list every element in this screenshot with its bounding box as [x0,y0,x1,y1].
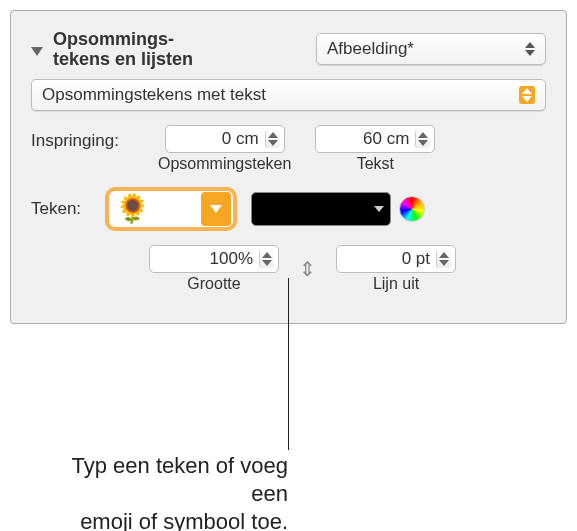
chevron-updown-icon [525,42,535,56]
callout-line-1: Typ een teken of voeg een [48,452,288,508]
bullet-character-field[interactable]: 🌻 [105,187,237,231]
color-wheel-icon[interactable] [399,196,425,222]
list-style-value: Afbeelding* [327,39,414,59]
bullets-lists-panel: Opsommings- tekens en lijsten Afbeelding… [10,10,567,324]
disclosure-triangle-icon[interactable] [31,47,43,56]
list-style-popup[interactable]: Afbeelding* [316,33,546,65]
bullet-color-swatch[interactable] [251,192,391,226]
bullet-align-caption: Lijn uit [373,275,419,293]
bullet-size-value: 100% [158,249,257,269]
bullet-type-popup[interactable]: Opsommingstekens met tekst [31,79,546,111]
bullet-align-field[interactable]: 0 pt [336,245,456,273]
panel-header: Opsommings- tekens en lijsten Afbeelding… [31,29,546,69]
stepper-icon[interactable] [436,250,451,268]
stepper-icon[interactable] [259,250,274,268]
bullet-type-value: Opsommingstekens met tekst [42,85,266,105]
bullet-align-value: 0 pt [345,249,434,269]
text-indent-value: 60 cm [324,129,413,149]
chevron-down-icon [210,205,222,213]
flower-icon: 🌻 [115,195,150,223]
indent-label: Inspringing: [31,125,143,151]
character-label: Teken: [31,199,91,219]
callout-leader-line [288,278,289,450]
chevron-updown-icon [519,86,535,104]
bullet-indent-caption: Opsommingsteken [158,155,291,173]
vertical-align-icon: ⇕ [299,257,316,281]
bullet-size-field[interactable]: 100% [149,245,279,273]
character-picker-button[interactable] [201,192,231,226]
panel-title: Opsommings- tekens en lijsten [53,29,316,69]
bullet-indent-value: 0 cm [174,129,263,149]
text-indent-field[interactable]: 60 cm [315,125,435,153]
callout-text: Typ een teken of voeg een emoji of symbo… [48,452,288,531]
title-line-2: tekens en lijsten [53,49,316,69]
bullet-indent-field[interactable]: 0 cm [165,125,285,153]
bullet-size-caption: Grootte [187,275,240,293]
callout-line-2: emoji of symbool toe. [48,508,288,531]
stepper-icon[interactable] [415,130,430,148]
stepper-icon[interactable] [265,130,280,148]
title-line-1: Opsommings- [53,29,316,49]
text-indent-caption: Tekst [357,155,394,173]
